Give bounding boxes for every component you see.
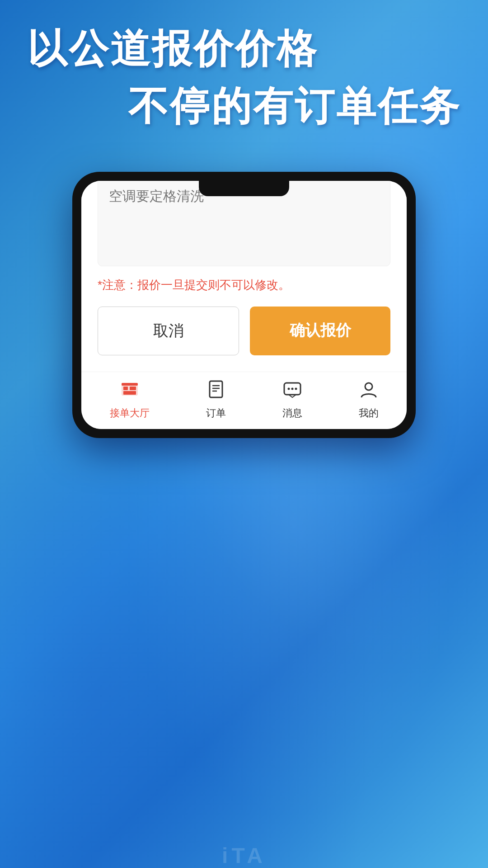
nav-label-home: 接单大厅 bbox=[110, 406, 150, 420]
warning-text: *注意：报价一旦提交则不可以修改。 bbox=[98, 277, 390, 293]
bottom-nav: 接单大厅 订单 bbox=[81, 372, 407, 429]
hero-line1: 以公道报价价格 bbox=[27, 27, 461, 71]
phone-frame: 竞价订单 指派订单 工作 📢 禁止私下交易，违者封号处理！ bbox=[72, 172, 416, 438]
hero-section: 以公道报价价格 不停的有订单任务 bbox=[0, 27, 488, 128]
confirm-button[interactable]: 确认报价 bbox=[250, 307, 390, 355]
phone-frame-wrapper: 竞价订单 指派订单 工作 📢 禁止私下交易，违者封号处理！ bbox=[72, 172, 416, 438]
phone-notch bbox=[199, 181, 289, 196]
hero-line2: 不停的有订单任务 bbox=[27, 85, 461, 128]
nav-label-messages: 消息 bbox=[282, 406, 302, 420]
nav-item-profile[interactable]: 我的 bbox=[359, 379, 379, 420]
svg-rect-10 bbox=[130, 387, 136, 390]
cancel-button[interactable]: 取消 bbox=[98, 307, 239, 355]
action-buttons: 取消 确认报价 bbox=[98, 307, 390, 355]
svg-point-19 bbox=[295, 388, 297, 390]
svg-rect-12 bbox=[210, 381, 222, 397]
nav-label-orders: 订单 bbox=[206, 406, 226, 420]
svg-rect-8 bbox=[122, 383, 138, 386]
home-icon bbox=[120, 379, 140, 404]
svg-point-17 bbox=[287, 388, 290, 390]
svg-point-18 bbox=[291, 388, 293, 390]
nav-item-orders[interactable]: 订单 bbox=[206, 379, 226, 420]
messages-icon bbox=[282, 379, 302, 404]
nav-item-messages[interactable]: 消息 bbox=[282, 379, 302, 420]
nav-label-profile: 我的 bbox=[359, 406, 379, 420]
svg-rect-11 bbox=[123, 391, 136, 395]
svg-rect-9 bbox=[123, 387, 128, 390]
quote-modal: 报价金额 *注意：报价一旦提交则不可以修改。 取消 确认报价 bbox=[81, 181, 407, 372]
phone-screen: 竞价订单 指派订单 工作 📢 禁止私下交易，违者封号处理！ bbox=[81, 181, 407, 429]
svg-point-20 bbox=[365, 383, 372, 390]
nav-item-home[interactable]: 接单大厅 bbox=[110, 379, 150, 420]
orders-icon bbox=[206, 379, 226, 404]
profile-icon bbox=[359, 379, 379, 404]
